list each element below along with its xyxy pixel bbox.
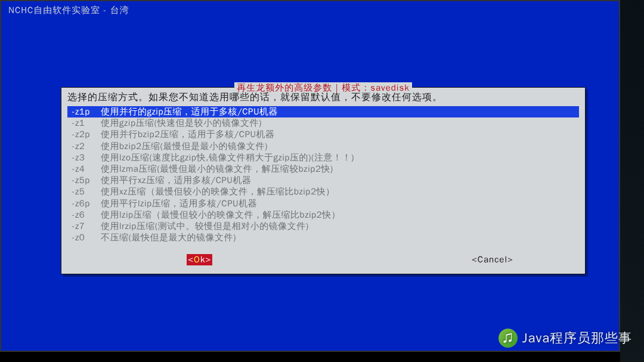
option-z5[interactable]: -z5使用xz压缩（最慢但较小的映像文件，解压缩比bzip2快） [67, 186, 579, 197]
option-desc: 使用gzip压缩(快速但是较小的镜像文件) [101, 117, 579, 129]
option-z5p[interactable]: -z5p使用平行xz压缩，适用多核/CPU机器 [67, 175, 579, 186]
option-z0[interactable]: -z0不压缩(最快但是最大的镜像文件) [67, 232, 579, 243]
terminal-screen: NCHC自由软件实验室 - 台湾 再生龙额外的高级参数 | 模式：savedis… [0, 0, 620, 352]
option-z7[interactable]: -z7使用lrzip压缩(测试中。较慢但是相对小的镜像文件) [67, 221, 579, 232]
option-z1p[interactable]: -z1p使用并行的gzip压缩，适用于多核/CPU机器 [67, 106, 579, 117]
option-z6p[interactable]: -z6p使用平行lzip压缩，适用多核/CPU机器 [67, 198, 579, 209]
option-desc: 使用lrzip压缩(测试中。较慢但是相对小的镜像文件) [101, 221, 579, 232]
option-desc: 使用平行lzip压缩，适用多核/CPU机器 [101, 198, 579, 209]
watermark-text: Java程序员那些事 [522, 329, 632, 347]
option-flag: -z4 [67, 163, 101, 175]
cancel-button[interactable]: <Cancel> [472, 254, 513, 265]
options-list[interactable]: -z1p使用并行的gzip压缩，适用于多核/CPU机器-z1使用gzip压缩(快… [61, 105, 585, 248]
option-desc: 使用lzma压缩(最慢但最小的镜像文件，解压缩较bzip2快) [101, 163, 579, 175]
option-flag: -z5p [67, 175, 101, 186]
wechat-icon: ♫ [499, 329, 518, 348]
option-z3[interactable]: -z3使用lzo压缩(速度比gzip快,镜像文件稍大于gzip压的)(注意！！) [67, 152, 579, 163]
option-z1[interactable]: -z1使用gzip压缩(快速但是较小的镜像文件) [67, 117, 579, 129]
watermark: ♫ Java程序员那些事 [499, 329, 632, 348]
wechat-icon-glyph: ♫ [502, 331, 513, 345]
ok-button[interactable]: <Ok> [187, 254, 212, 265]
option-desc: 使用平行xz压缩，适用多核/CPU机器 [101, 175, 579, 186]
option-flag: -z3 [67, 152, 101, 163]
option-flag: -z1p [67, 106, 101, 117]
page-header: NCHC自由软件实验室 - 台湾 [1, 1, 619, 20]
option-desc: 使用bzip2压缩(最慢但是最小的镜像文件) [101, 141, 579, 152]
option-z4[interactable]: -z4使用lzma压缩(最慢但最小的镜像文件，解压缩较bzip2快) [67, 163, 579, 175]
option-flag: -z0 [67, 232, 101, 243]
header-title: NCHC自由软件实验室 - 台湾 [8, 5, 129, 16]
monitor-bezel [620, 0, 644, 362]
option-desc: 使用并行bzip2压缩，适用于多核/CPU机器 [101, 129, 579, 140]
option-flag: -z7 [67, 221, 101, 232]
option-flag: -z5 [67, 186, 101, 197]
option-desc: 使用并行的gzip压缩，适用于多核/CPU机器 [101, 106, 579, 117]
dialog-title-wrap: 再生龙额外的高级参数 | 模式：savedisk [61, 82, 585, 88]
option-desc: 不压缩(最快但是最大的镜像文件) [101, 232, 579, 243]
option-flag: -z6 [67, 209, 101, 221]
option-desc: 使用lzip压缩（最慢但较小的映像文件，解压缩比bzip2快） [101, 209, 579, 221]
option-flag: -z2 [67, 141, 101, 152]
option-z2p[interactable]: -z2p使用并行bzip2压缩，适用于多核/CPU机器 [67, 129, 579, 140]
option-desc: 使用lzo压缩(速度比gzip快,镜像文件稍大于gzip压的)(注意！！) [101, 152, 579, 163]
option-z2[interactable]: -z2使用bzip2压缩(最慢但是最小的镜像文件) [67, 141, 579, 152]
option-flag: -z2p [67, 129, 101, 140]
option-flag: -z1 [67, 117, 101, 129]
compression-dialog: 再生龙额外的高级参数 | 模式：savedisk 选择的压缩方式。如果您不知道选… [61, 87, 586, 274]
option-desc: 使用xz压缩（最慢但较小的映像文件，解压缩比bzip2快） [101, 186, 579, 197]
dialog-buttons: <Ok> <Cancel> [61, 248, 585, 274]
option-flag: -z6p [67, 198, 101, 209]
option-z6[interactable]: -z6使用lzip压缩（最慢但较小的映像文件，解压缩比bzip2快） [67, 209, 579, 221]
